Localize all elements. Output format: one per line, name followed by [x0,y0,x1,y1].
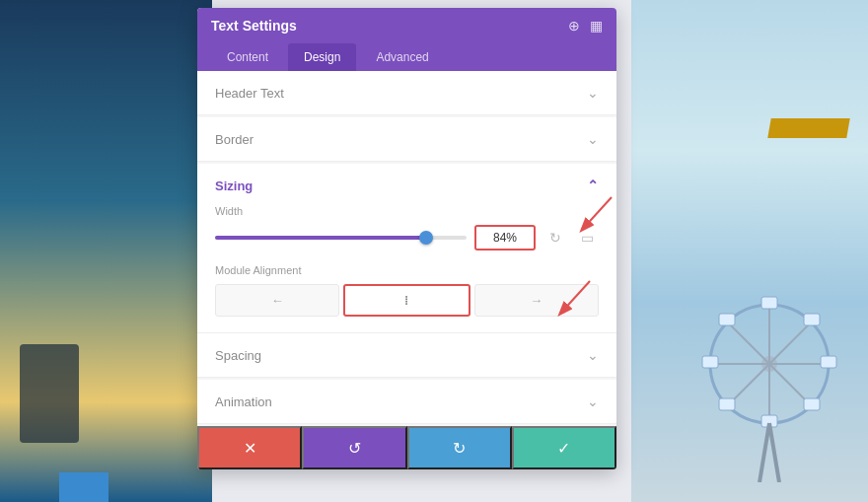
svg-line-14 [760,423,769,482]
header-text-chevron: ⌄ [587,85,599,101]
spacing-section[interactable]: Spacing ⌄ [197,333,616,378]
sizing-title-row[interactable]: Sizing ⌃ [215,178,599,193]
width-label: Width [215,205,599,217]
svg-rect-9 [821,356,836,368]
svg-rect-13 [804,398,820,410]
align-left-button[interactable]: ← [215,284,339,317]
slider-fill [215,236,426,240]
slider-thumb[interactable] [419,231,433,245]
tab-content[interactable]: Content [211,43,284,71]
panel-title: Text Settings [211,18,297,34]
tab-design[interactable]: Design [288,43,356,71]
reset-width-button[interactable]: ↻ [543,226,567,250]
spacing-chevron: ⌄ [587,347,599,363]
redo-button[interactable]: ↻ [407,426,512,469]
blue-block [59,472,108,502]
action-bar: ✕ ↺ ↻ ✓ [197,426,616,469]
settings-panel: Text Settings ⊕ ▦ Content Design Advance… [197,8,616,469]
alignment-buttons: ← ⁞ → [215,284,599,317]
align-center-button[interactable]: ⁞ [343,284,470,317]
sizing-label: Sizing [215,179,253,193]
save-button[interactable]: ✓ [512,426,616,469]
surfer-silhouette [20,344,79,443]
header-text-label: Header Text [215,86,284,101]
svg-rect-6 [761,297,777,309]
background-right [631,0,868,502]
svg-line-15 [769,423,779,482]
border-section[interactable]: Border ⌄ [197,117,616,162]
reset-button[interactable]: ↺ [302,426,406,469]
border-chevron: ⌄ [587,131,599,147]
alignment-label: Module Alignment [215,264,599,276]
header-text-section[interactable]: Header Text ⌄ [197,71,616,115]
panel-body: Header Text ⌄ Border ⌄ Sizing ⌃ Width [197,71,616,469]
tabs-bar: Content Design Advanced [197,43,616,71]
slider-track [215,236,467,240]
width-slider-wrapper[interactable] [215,236,467,240]
ferris-wheel-image [681,285,858,482]
panel-header-icons: ⊕ ▦ [568,18,603,34]
svg-rect-10 [719,314,735,325]
svg-rect-11 [804,314,820,325]
animation-label: Animation [215,394,272,409]
align-right-button[interactable]: → [474,284,599,317]
spacing-label: Spacing [215,348,261,363]
animation-chevron: ⌄ [587,394,599,409]
animation-section[interactable]: Animation ⌄ [197,380,616,424]
panel-header: Text Settings ⊕ ▦ [197,8,616,43]
width-input[interactable]: 84% [474,225,536,251]
columns-icon[interactable]: ▦ [590,18,603,34]
svg-rect-8 [702,356,718,368]
yellow-bar [767,118,850,138]
sizing-chevron: ⌃ [587,178,599,193]
cancel-button[interactable]: ✕ [197,426,302,469]
background-left [0,0,212,502]
border-label: Border [215,132,253,147]
svg-rect-12 [719,398,735,410]
width-control: 84% ↻ ▭ [215,225,599,251]
sizing-section: Sizing ⌃ Width 84% ↻ ▭ Module Alignment [197,164,616,333]
target-icon[interactable]: ⊕ [568,18,580,34]
module-alignment-section: Module Alignment ← ⁞ → [215,264,599,317]
desktop-view-button[interactable]: ▭ [575,226,599,250]
tab-advanced[interactable]: Advanced [360,43,444,71]
